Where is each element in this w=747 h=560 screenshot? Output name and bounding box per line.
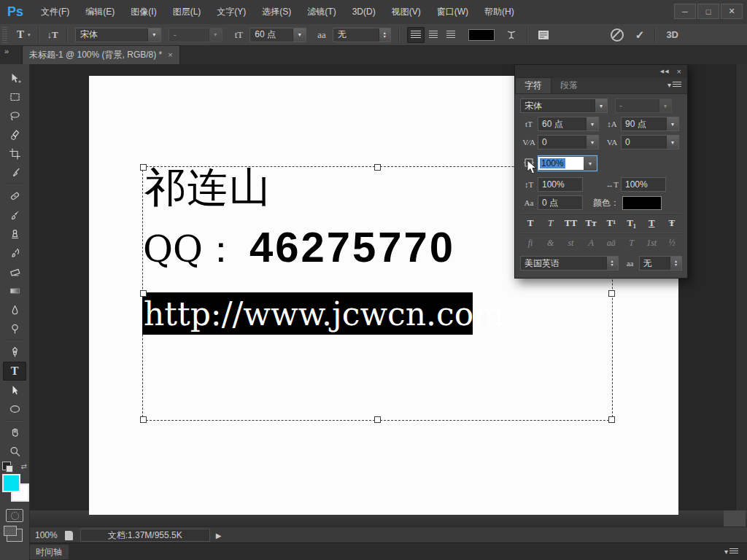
options-bar-grip[interactable] [2, 27, 7, 43]
eraser-tool[interactable] [3, 262, 26, 281]
type-tool-preset-icon[interactable]: T [13, 28, 28, 41]
type-tool[interactable]: T [3, 362, 26, 381]
fractions-button[interactable]: ½ [663, 236, 681, 249]
timeline-tab[interactable]: 时间轴 [29, 545, 69, 559]
chevron-down-icon[interactable]: ▾ [666, 136, 678, 149]
menu-item[interactable]: 帮助(H) [476, 0, 522, 24]
align-center-button[interactable] [425, 27, 442, 43]
history-brush-tool[interactable] [3, 244, 26, 262]
cp-tsume-combo[interactable]: 100% ▾ [538, 155, 597, 171]
shape-tool[interactable] [3, 400, 26, 419]
stepper-icon[interactable]: ▴▾ [670, 257, 681, 270]
tool-preset-dropdown-icon[interactable]: ▾ [28, 32, 31, 38]
cp-leading-select[interactable]: 90 点 ▾ [621, 117, 679, 131]
antialias-select[interactable]: 无 ▴▾ [333, 28, 391, 42]
menu-item[interactable]: 窗口(W) [429, 0, 476, 24]
menu-item[interactable]: 编辑(E) [77, 0, 123, 24]
document-size-info[interactable]: 文档:1.37M/955.5K [80, 529, 210, 542]
tab-close-icon[interactable]: × [168, 50, 172, 59]
stepper-icon[interactable]: ▴▾ [606, 257, 618, 270]
dodge-tool[interactable] [3, 319, 26, 338]
small-caps-button[interactable]: Tᴛ [582, 217, 600, 230]
selection-handle[interactable] [608, 290, 615, 297]
font-size-select[interactable]: 60 点 ▾ [249, 28, 306, 42]
cp-tracking-select[interactable]: 0 ▾ [621, 135, 679, 149]
stylistic-alt-button[interactable]: aā [603, 236, 620, 249]
blur-tool[interactable] [3, 300, 26, 319]
pen-tool[interactable] [3, 343, 26, 362]
clone-stamp-tool[interactable] [3, 225, 26, 244]
chevron-down-icon[interactable]: ▾ [584, 156, 597, 171]
quick-mask-button[interactable] [6, 509, 23, 522]
faux-bold-button[interactable]: T [522, 217, 539, 230]
marquee-tool[interactable] [3, 88, 26, 106]
menu-item[interactable]: 选择(S) [254, 0, 299, 24]
screen-mode-button[interactable] [7, 529, 23, 542]
superscript-button[interactable]: T¹ [603, 217, 620, 230]
zoom-level[interactable]: 100% [29, 530, 65, 540]
minimize-button[interactable]: ─ [674, 4, 696, 19]
status-expand-icon[interactable]: ▶ [216, 532, 222, 540]
selection-handle[interactable] [140, 164, 147, 171]
menu-item[interactable]: 图层(L) [165, 0, 209, 24]
canvas-text-line1[interactable]: 祁连山 [144, 160, 271, 216]
collapse-to-icons-icon[interactable]: ◀◀ [660, 69, 670, 74]
stepper-icon[interactable]: ▴▾ [379, 28, 390, 42]
panel-menu-icon[interactable]: ▾ [667, 81, 681, 89]
chevron-down-icon[interactable]: ▾ [586, 136, 598, 149]
canvas-text-line3-highlighted[interactable]: http://www.jcwcn.com [142, 292, 473, 335]
document-tab[interactable]: 未标题-1 @ 100% (背景, RGB/8) * × [22, 45, 180, 64]
hand-tool[interactable] [3, 423, 26, 442]
selection-handle[interactable] [374, 416, 381, 423]
foreground-color-swatch[interactable] [2, 474, 20, 492]
selection-handle[interactable] [140, 416, 147, 423]
brush-tool[interactable] [3, 206, 26, 225]
cp-vertical-scale-field[interactable]: 100% [538, 177, 583, 192]
gradient-tool[interactable] [3, 281, 26, 300]
crop-tool[interactable] [3, 144, 26, 163]
menu-item[interactable]: 3D(D) [344, 0, 384, 24]
commit-edits-icon[interactable]: ✓ [630, 28, 651, 42]
chevron-down-icon[interactable]: ▾ [293, 28, 306, 42]
faux-italic-button[interactable]: T [542, 217, 560, 230]
timeline-menu-icon[interactable]: ▾ [724, 548, 738, 556]
menu-item[interactable]: 文件(F) [33, 0, 77, 24]
text-orientation-icon[interactable]: ↓T [44, 29, 62, 41]
path-select-tool[interactable] [3, 381, 26, 400]
cp-kerning-select[interactable]: 0 ▾ [538, 135, 599, 149]
standard-alt-button[interactable]: st [562, 236, 579, 249]
selection-handle[interactable] [140, 290, 147, 297]
3d-button[interactable]: 3D [660, 29, 684, 40]
eyedropper-tool[interactable] [3, 163, 26, 182]
all-caps-button[interactable]: TT [562, 217, 579, 230]
tools-panel-collapse-icon[interactable]: » [4, 47, 7, 55]
subscript-button[interactable]: T₁ [623, 217, 640, 230]
cp-antialias-select[interactable]: 无 ▴▾ [639, 256, 682, 271]
chevron-down-icon[interactable]: ▾ [147, 28, 160, 42]
align-right-button[interactable] [442, 27, 460, 43]
ligatures-button[interactable]: fi [522, 236, 539, 249]
zoom-tool[interactable] [3, 442, 26, 461]
default-colors-icon[interactable] [2, 462, 11, 470]
close-button[interactable]: ✕ [721, 4, 743, 19]
lasso-tool[interactable] [3, 106, 26, 125]
selection-handle[interactable] [608, 416, 615, 423]
cp-baseline-field[interactable]: 0 点 [538, 195, 583, 210]
chevron-down-icon[interactable]: ▾ [586, 117, 598, 131]
toggle-panels-icon[interactable] [537, 29, 550, 41]
tab-paragraph[interactable]: 段落 [551, 78, 587, 93]
warp-text-icon[interactable] [505, 28, 518, 42]
cp-color-swatch[interactable] [622, 196, 662, 210]
discretionary-ligatures-button[interactable]: & [542, 236, 560, 249]
menu-item[interactable]: 图像(I) [123, 0, 164, 24]
quick-select-tool[interactable] [3, 125, 26, 144]
menu-item[interactable]: 文字(Y) [209, 0, 254, 24]
tab-character[interactable]: 字符 [515, 77, 551, 93]
tsume-input[interactable]: 100% [538, 157, 584, 170]
cp-font-family-select[interactable]: 宋体 ▾ [520, 98, 608, 113]
cp-language-select[interactable]: 美国英语 ▴▾ [520, 256, 619, 271]
swash-button[interactable]: A [582, 236, 600, 249]
titling-alt-button[interactable]: T [623, 236, 640, 249]
text-color-swatch[interactable] [468, 29, 495, 41]
underline-button[interactable]: T [643, 217, 660, 230]
